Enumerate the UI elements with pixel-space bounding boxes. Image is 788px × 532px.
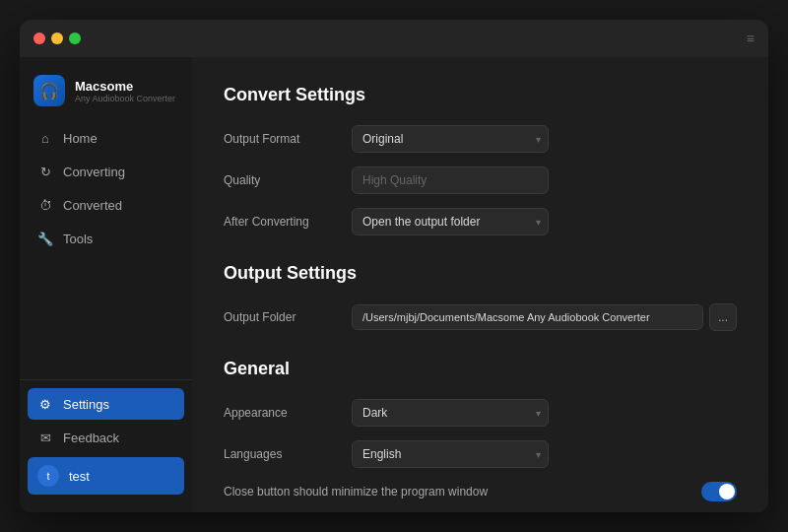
browse-folder-button[interactable]: ... — [709, 303, 737, 331]
output-folder-control: /Users/mjbj/Documents/Macsome Any Audiob… — [352, 303, 737, 331]
output-format-select-wrapper: Original MP3 AAC FLAC WAV ▾ — [352, 125, 549, 153]
menu-icon[interactable]: ≡ — [747, 31, 755, 46]
traffic-lights — [33, 33, 81, 44]
app-name: Macsome — [75, 79, 175, 94]
languages-control: English Chinese French German Japanese ▾ — [352, 440, 737, 468]
user-item[interactable]: t test — [28, 457, 184, 495]
languages-row: Languages English Chinese French German … — [224, 440, 737, 468]
after-converting-select[interactable]: Open the output folder Do nothing Shut d… — [352, 208, 549, 235]
sidebar-item-converted[interactable]: ⏱ Converted — [28, 189, 184, 221]
sidebar-item-converting-label: Converting — [63, 165, 125, 179]
feedback-icon: ✉ — [37, 430, 53, 445]
close-minimize-toggle[interactable] — [701, 482, 737, 501]
converted-icon: ⏱ — [37, 197, 53, 213]
sidebar-item-converted-label: Converted — [63, 198, 122, 213]
main-layout: 🎧 Macsome Any Audiobook Converter ⌂ Home… — [20, 57, 768, 512]
after-converting-row: After Converting Open the output folder … — [224, 208, 737, 235]
output-format-label: Output Format — [224, 132, 352, 146]
output-format-select[interactable]: Original MP3 AAC FLAC WAV — [352, 125, 549, 153]
output-format-row: Output Format Original MP3 AAC FLAC WAV … — [224, 125, 737, 153]
settings-icon: ⚙ — [37, 396, 53, 412]
close-minimize-row: Close button should minimize the program… — [224, 482, 737, 501]
sidebar-item-feedback[interactable]: ✉ Feedback — [28, 422, 184, 453]
sidebar-item-tools-label: Tools — [63, 232, 93, 246]
sidebar-item-home-label: Home — [63, 131, 98, 146]
app-subtitle: Any Audiobook Converter — [75, 94, 175, 103]
home-icon: ⌂ — [37, 130, 53, 146]
tools-icon: 🔧 — [37, 231, 53, 246]
appearance-control: Dark Light System ▾ — [352, 399, 737, 427]
sidebar-item-feedback-label: Feedback — [63, 431, 119, 445]
titlebar: ≡ — [20, 20, 768, 57]
after-converting-select-wrapper: Open the output folder Do nothing Shut d… — [352, 208, 549, 235]
main-window: ≡ 🎧 Macsome Any Audiobook Converter ⌂ Ho… — [20, 20, 768, 512]
sidebar-footer: ⚙ Settings ✉ Feedback t test — [20, 379, 192, 502]
sidebar-header: 🎧 Macsome Any Audiobook Converter — [20, 67, 192, 122]
app-icon: 🎧 — [33, 75, 65, 106]
quality-control: High Quality — [352, 166, 737, 194]
output-format-control: Original MP3 AAC FLAC WAV ▾ — [352, 125, 737, 153]
user-name: test — [69, 469, 90, 484]
close-minimize-label: Close button should minimize the program… — [224, 485, 701, 499]
maximize-button[interactable] — [69, 33, 81, 44]
convert-settings-title: Convert Settings — [224, 85, 737, 105]
sidebar-item-settings[interactable]: ⚙ Settings — [28, 388, 184, 420]
languages-select[interactable]: English Chinese French German Japanese — [352, 440, 549, 468]
languages-select-wrapper: English Chinese French German Japanese ▾ — [352, 440, 549, 468]
general-title: General — [224, 359, 737, 379]
sidebar: 🎧 Macsome Any Audiobook Converter ⌂ Home… — [20, 57, 192, 512]
quality-row: Quality High Quality — [224, 166, 737, 194]
quality-label: Quality — [224, 173, 352, 187]
user-avatar: t — [37, 465, 59, 487]
quality-value: High Quality — [352, 166, 549, 194]
sidebar-item-tools[interactable]: 🔧 Tools — [28, 223, 184, 254]
sidebar-item-converting[interactable]: ↻ Converting — [28, 156, 184, 187]
output-folder-row: Output Folder /Users/mjbj/Documents/Macs… — [224, 303, 737, 331]
output-folder-label: Output Folder — [224, 310, 352, 324]
output-settings-group: Output Settings Output Folder /Users/mjb… — [224, 263, 737, 331]
sidebar-item-settings-label: Settings — [63, 397, 109, 412]
after-converting-label: After Converting — [224, 215, 352, 229]
output-folder-path: /Users/mjbj/Documents/Macsome Any Audiob… — [352, 304, 703, 330]
general-group: General Appearance Dark Light System ▾ — [224, 359, 737, 512]
appearance-label: Appearance — [224, 406, 352, 420]
appearance-select-wrapper: Dark Light System ▾ — [352, 399, 549, 427]
sidebar-nav: ⌂ Home ↻ Converting ⏱ Converted 🔧 Tools — [20, 122, 192, 379]
appearance-row: Appearance Dark Light System ▾ — [224, 399, 737, 427]
convert-settings-group: Convert Settings Output Format Original … — [224, 85, 737, 235]
after-converting-control: Open the output folder Do nothing Shut d… — [352, 208, 737, 235]
converting-icon: ↻ — [37, 164, 53, 179]
app-info: Macsome Any Audiobook Converter — [75, 79, 175, 103]
avatar-initial: t — [46, 470, 49, 482]
main-content: Convert Settings Output Format Original … — [192, 57, 768, 512]
minimize-button[interactable] — [51, 33, 63, 44]
close-button[interactable] — [33, 33, 45, 44]
output-settings-title: Output Settings — [224, 263, 737, 284]
sidebar-item-home[interactable]: ⌂ Home — [28, 122, 184, 154]
appearance-select[interactable]: Dark Light System — [352, 399, 549, 427]
languages-label: Languages — [224, 447, 352, 461]
